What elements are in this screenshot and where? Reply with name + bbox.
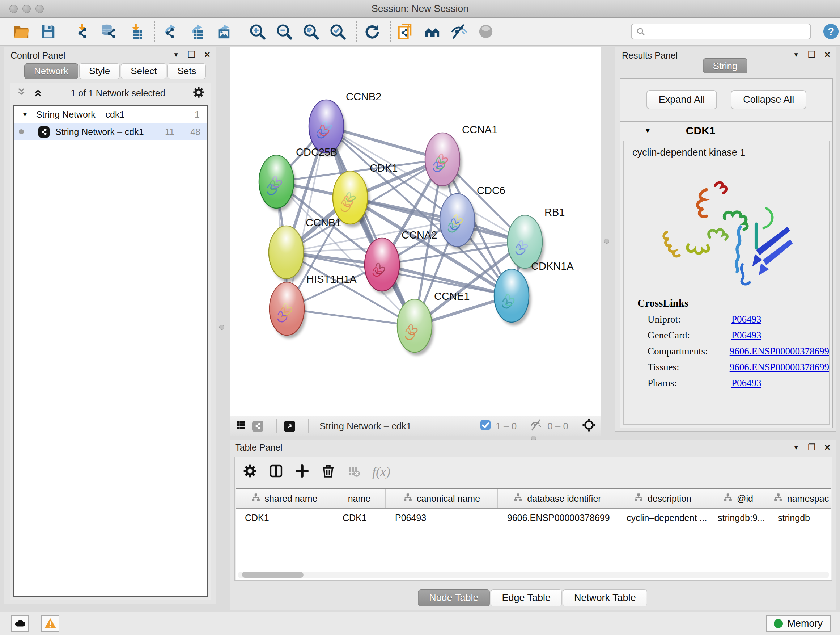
tab-string-results[interactable]: String bbox=[703, 58, 747, 73]
import-network-icon[interactable] bbox=[73, 22, 91, 41]
crosslink-label: GeneCard: bbox=[647, 330, 731, 341]
zoom-selected-icon[interactable] bbox=[328, 22, 347, 41]
birdseye-grid-icon[interactable] bbox=[235, 419, 247, 433]
export-table-icon[interactable] bbox=[187, 22, 205, 41]
export-network-icon[interactable] bbox=[161, 22, 179, 41]
zoom-out-icon[interactable] bbox=[275, 22, 293, 41]
table-row[interactable]: CDK1CDK1P064939606.ENSP00000378699cyclin… bbox=[235, 509, 831, 527]
memory-button[interactable]: Memory bbox=[766, 615, 831, 632]
column-header-description[interactable]: description bbox=[617, 489, 708, 508]
clone-network-icon[interactable] bbox=[396, 22, 415, 41]
tab-select[interactable]: Select bbox=[121, 63, 166, 79]
zoom-fit-icon[interactable] bbox=[302, 22, 320, 41]
network-options-gear-icon[interactable] bbox=[193, 86, 205, 100]
table-panel-title: Table Panel bbox=[235, 442, 283, 453]
network-row[interactable]: String Network – cdk1 11 48 bbox=[14, 123, 207, 141]
panel-menu-icon[interactable]: ▼ bbox=[793, 52, 799, 58]
first-neighbors-icon[interactable] bbox=[423, 22, 441, 41]
expand-all-networks-icon[interactable] bbox=[33, 87, 43, 99]
network-selection-status: 1 of 1 Network selected bbox=[43, 88, 193, 98]
show-columns-icon[interactable] bbox=[269, 464, 283, 480]
float-panel-icon[interactable]: ❐ bbox=[808, 50, 816, 59]
import-network-database-icon[interactable] bbox=[100, 22, 118, 41]
panel-menu-icon[interactable]: ▼ bbox=[793, 445, 799, 451]
expand-all-button[interactable]: Expand All bbox=[646, 90, 717, 109]
control-panel-title: Control Panel bbox=[11, 50, 65, 61]
string-style-icon[interactable] bbox=[252, 421, 264, 432]
scrollbar-thumb[interactable] bbox=[242, 572, 303, 578]
cloud-status-button[interactable] bbox=[11, 615, 29, 632]
svg-text:CCNB1: CCNB1 bbox=[306, 217, 341, 228]
network-row-label: String Network – cdk1 bbox=[55, 127, 144, 137]
result-section-header[interactable]: ▼ CDK1 bbox=[621, 122, 832, 139]
float-panel-icon[interactable]: ❐ bbox=[808, 443, 816, 452]
section-expander-icon[interactable]: ▼ bbox=[644, 127, 651, 135]
table-cell[interactable]: cyclin–dependent ... bbox=[617, 513, 708, 523]
create-column-icon[interactable] bbox=[295, 464, 309, 480]
save-session-icon[interactable] bbox=[39, 22, 57, 41]
delete-column-icon[interactable] bbox=[321, 464, 335, 480]
crosslink-link[interactable]: P06493 bbox=[731, 378, 761, 389]
selected-checkbox-icon[interactable] bbox=[480, 419, 491, 433]
export-image-icon[interactable] bbox=[214, 22, 232, 41]
float-panel-icon[interactable]: ❐ bbox=[188, 50, 196, 59]
open-in-window-icon[interactable] bbox=[284, 421, 295, 432]
shared-column-icon bbox=[774, 493, 783, 504]
column-header-shared-name[interactable]: shared name bbox=[235, 489, 333, 508]
table-cell[interactable]: CDK1 bbox=[333, 513, 386, 523]
column-header-name[interactable]: name bbox=[333, 489, 386, 508]
refresh-icon[interactable] bbox=[363, 22, 381, 41]
crosslink-link[interactable]: 9606.ENSP00000378699 bbox=[729, 362, 829, 373]
crosslink-label: Tissues: bbox=[647, 362, 729, 373]
zoom-in-icon[interactable] bbox=[248, 22, 266, 41]
table-options-gear-icon[interactable] bbox=[243, 464, 257, 480]
table-horizontal-scrollbar[interactable] bbox=[238, 572, 829, 578]
crosslink-link[interactable]: 9606.ENSP00000378699 bbox=[729, 346, 829, 357]
show-all-icon[interactable] bbox=[477, 22, 495, 41]
import-table-icon[interactable] bbox=[126, 22, 145, 41]
left-splitter-grip[interactable] bbox=[219, 325, 224, 330]
close-panel-icon[interactable]: × bbox=[204, 50, 210, 60]
column-header-canonical-name[interactable]: canonical name bbox=[386, 489, 498, 508]
column-header-database-identifier[interactable]: database identifier bbox=[498, 489, 617, 508]
hide-selected-icon[interactable] bbox=[450, 22, 468, 41]
tab-sets[interactable]: Sets bbox=[167, 63, 206, 79]
function-builder-icon: f(x) bbox=[372, 464, 390, 479]
svg-text:RB1: RB1 bbox=[545, 206, 565, 218]
collection-expander-icon[interactable]: ▼ bbox=[22, 111, 28, 119]
close-panel-icon[interactable]: × bbox=[824, 442, 830, 453]
help-icon[interactable]: ? bbox=[822, 22, 840, 41]
collapse-all-networks-icon[interactable] bbox=[16, 87, 27, 99]
network-canvas[interactable]: CCNB2CCNA1CDC25BCDK1CDC6RB1CCNB1CCNA2CDK… bbox=[230, 47, 601, 416]
table-cell[interactable]: stringdb:9... bbox=[708, 513, 768, 523]
crosslinks-title: CrossLinks bbox=[638, 297, 829, 309]
svg-text:CCNE1: CCNE1 bbox=[434, 290, 470, 302]
toolbar-search-input[interactable] bbox=[648, 26, 806, 37]
warnings-button[interactable] bbox=[41, 615, 59, 632]
tab-network[interactable]: Network bbox=[24, 63, 78, 79]
svg-text:CDK1: CDK1 bbox=[370, 162, 398, 174]
right-splitter-grip[interactable] bbox=[604, 239, 609, 244]
table-cell[interactable]: CDK1 bbox=[235, 513, 333, 523]
tab-style[interactable]: Style bbox=[79, 63, 120, 79]
fit-selection-crosshair-icon[interactable] bbox=[582, 418, 596, 435]
crosslink-label: Uniprot: bbox=[647, 314, 731, 325]
tab-node-table[interactable]: Node Table bbox=[418, 589, 489, 606]
crosslink-link[interactable]: P06493 bbox=[731, 314, 761, 325]
tab-edge-table[interactable]: Edge Table bbox=[491, 589, 562, 606]
open-file-icon[interactable] bbox=[12, 22, 30, 41]
close-panel-icon[interactable]: × bbox=[824, 50, 830, 60]
collapse-all-button[interactable]: Collapse All bbox=[731, 90, 806, 109]
shared-column-icon bbox=[723, 493, 733, 504]
table-cell[interactable]: P06493 bbox=[386, 513, 498, 523]
table-cell[interactable]: stringdb bbox=[768, 513, 831, 523]
network-collection-row[interactable]: ▼ String Network – cdk1 1 bbox=[14, 106, 207, 123]
crosslink-link[interactable]: P06493 bbox=[731, 330, 761, 341]
column-header--id[interactable]: @id bbox=[708, 489, 768, 508]
column-header-namespac[interactable]: namespac bbox=[768, 489, 831, 508]
table-cell[interactable]: 9606.ENSP00000378699 bbox=[498, 513, 617, 523]
panel-menu-icon[interactable]: ▼ bbox=[173, 52, 179, 58]
window-title: Session: New Session bbox=[0, 3, 840, 14]
shared-column-icon bbox=[403, 493, 412, 504]
tab-network-table[interactable]: Network Table bbox=[563, 589, 647, 606]
